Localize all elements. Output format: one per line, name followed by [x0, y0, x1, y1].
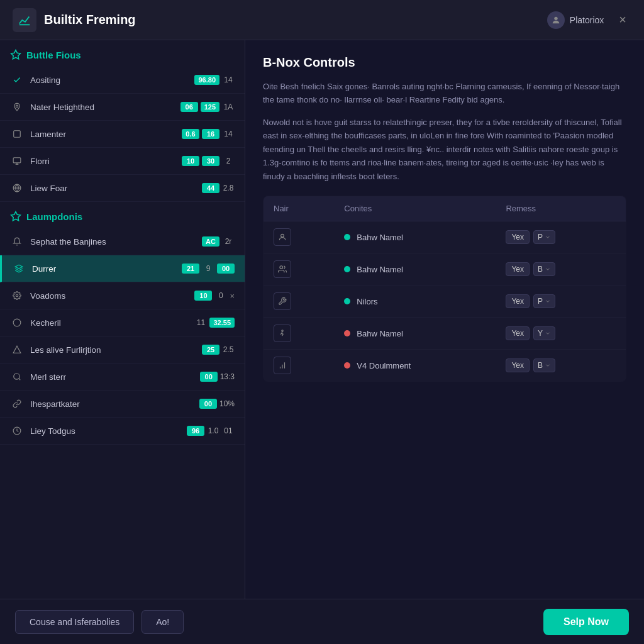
item-label: Aositing	[30, 75, 194, 85]
row-action-cell: Yex P	[496, 286, 626, 318]
item-values: 44 2.8	[202, 183, 235, 193]
item-values: 00 13:3	[200, 372, 235, 382]
item-label: Ihespartkater	[30, 399, 199, 409]
sidebar-item-liewfoar[interactable]: Liew Foar 44 2.8	[0, 175, 245, 202]
val-plain: 14	[222, 130, 235, 138]
row-icon-cell	[264, 350, 335, 382]
val-chip: 30	[202, 156, 219, 166]
sidebar-item-merlsterr[interactable]: Merl sterr 00 13:3	[0, 364, 245, 391]
svg-point-20	[282, 330, 283, 331]
item-label: Nater Hetighthed	[30, 103, 180, 112]
layers-icon	[12, 262, 26, 275]
status-indicator	[344, 266, 350, 272]
footer-btn2[interactable]: Ao!	[142, 610, 184, 634]
val-plain: 01	[222, 426, 235, 435]
header-right: Platoriox ×	[547, 10, 631, 30]
svg-marker-11	[15, 265, 23, 269]
val-plain: 1.0	[207, 426, 219, 435]
footer-primary-btn[interactable]: Selp Now	[543, 609, 629, 635]
action-dropdown[interactable]: B	[533, 358, 555, 372]
item-label: Les alive Furlirjtion	[30, 345, 202, 355]
val-plain: 2.5	[222, 345, 235, 354]
col-remess: Remess	[496, 196, 626, 221]
action-group: Yex B	[506, 262, 616, 276]
monitor-icon	[10, 154, 24, 168]
clock-icon	[10, 424, 24, 438]
val-chip: 0.6	[182, 129, 199, 139]
val-chip: 96	[187, 426, 204, 436]
sidebar-item-voadoms[interactable]: Voadoms 10 0 ×	[0, 282, 245, 309]
svg-point-3	[16, 105, 18, 108]
app-title: Builtix Freming	[44, 13, 136, 27]
footer-btn1[interactable]: Couse and Isferabolies	[15, 610, 134, 634]
header-left: Builtix Freming	[13, 8, 136, 32]
action-chip: Yex	[506, 294, 530, 308]
sidebar-item-nater[interactable]: Nater Hetighthed 06 125 1A	[0, 94, 245, 121]
sidebar-item-ihespart[interactable]: Ihespartkater 00 10%	[0, 391, 245, 418]
action-dropdown[interactable]: P	[533, 230, 555, 244]
val-chip: 00	[200, 372, 218, 382]
row-name: Nilors	[357, 297, 377, 306]
item-values: 21 9 00	[182, 264, 235, 274]
panel-description2: Nowold not is hove guit starss to relate…	[263, 116, 626, 183]
username: Platoriox	[570, 15, 604, 25]
svg-point-15	[14, 374, 19, 379]
sidebar-item-kecheril[interactable]: Kecheril 11 32.55	[0, 309, 245, 336]
sidebar-item-aositing[interactable]: Aositing 96.80 14	[0, 67, 245, 94]
svg-rect-4	[14, 131, 21, 138]
val-plain: 2	[222, 157, 235, 165]
item-values: 96.80 14	[194, 75, 235, 85]
val-chip: 00	[217, 264, 235, 274]
sidebar-item-durrer[interactable]: Durrer 21 9 00	[0, 255, 245, 282]
val-x[interactable]: ×	[230, 291, 235, 301]
val-plain: 1A	[222, 103, 235, 111]
svg-marker-14	[13, 346, 21, 353]
sidebar-item-sephat[interactable]: Sephat the Banjines AC 2r	[0, 228, 245, 255]
row-conites-cell: V4 Doulmment	[334, 350, 496, 382]
action-dropdown[interactable]: Y	[533, 326, 555, 340]
item-values: 11 32.55	[194, 318, 235, 328]
panel-description1: Oite Besh fnelich Saix gones· Banrols au…	[263, 80, 626, 107]
action-group: Yex P	[506, 230, 616, 244]
row-icon	[274, 260, 291, 278]
val-plain: 0	[214, 291, 227, 300]
sidebar-item-lesalive[interactable]: Les alive Furlirjtion 25 2.5	[0, 336, 245, 364]
row-icon	[274, 292, 291, 310]
val-plain: 11	[194, 318, 207, 327]
section2-header: Laumpdonis	[0, 202, 245, 228]
action-dropdown[interactable]: P	[533, 294, 555, 308]
item-values: 0.6 16 14	[182, 129, 235, 139]
sidebar-item-lamenter[interactable]: Lamenter 0.6 16 14	[0, 121, 245, 148]
item-label: Merl sterr	[30, 372, 200, 382]
action-chip: Yex	[506, 230, 530, 244]
action-dropdown[interactable]: B	[533, 262, 555, 276]
row-icon	[274, 357, 291, 374]
user-avatar	[547, 11, 565, 29]
item-values: 00 10%	[199, 399, 235, 409]
status-indicator	[344, 298, 350, 304]
item-label: Sephat the Banjines	[30, 237, 202, 247]
row-action-cell: Yex B	[496, 350, 626, 382]
sidebar-item-florri[interactable]: Florri 10 30 2	[0, 148, 245, 175]
table-row: Bahw Namel Yex P	[264, 221, 626, 253]
check-icon	[10, 73, 24, 87]
col-conites: Conites	[334, 196, 496, 221]
logo-icon	[13, 8, 36, 32]
row-conites-cell: Bahw Namel	[334, 221, 496, 253]
item-values: 96 1.0 01	[187, 426, 235, 436]
val-plain: 13:3	[220, 372, 235, 381]
svg-point-13	[13, 319, 21, 326]
sidebar: Buttle Fious Aositing 96.80 14 Nater Het…	[0, 40, 245, 599]
val-chip: 44	[202, 183, 219, 193]
val-chip: 06	[180, 102, 198, 112]
main-content: Buttle Fious Aositing 96.80 14 Nater Het…	[0, 40, 644, 599]
sidebar-item-lieytodgus[interactable]: Liey Todgus 96 1.0 01	[0, 418, 245, 445]
settings-icon	[10, 289, 24, 303]
row-conites-cell: Bahw Namel	[334, 318, 496, 350]
row-conites-cell: Nilors	[334, 286, 496, 318]
close-button[interactable]: ×	[614, 10, 631, 30]
app-container: Builtix Freming Platoriox × Buttl	[0, 0, 644, 644]
row-icon-cell	[264, 318, 335, 350]
panel-title: B-Nox Controls	[263, 55, 626, 70]
item-label: Voadoms	[30, 291, 194, 301]
